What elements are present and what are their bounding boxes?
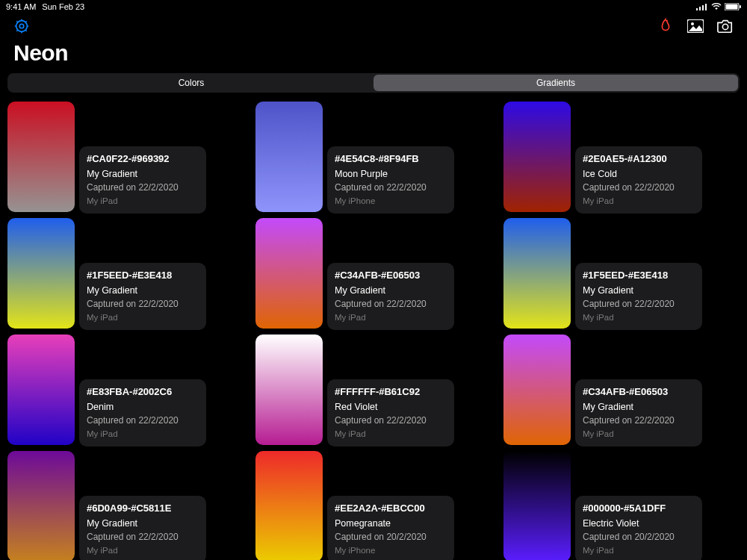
gradient-captured: Captured on 22/2/2020	[583, 181, 695, 194]
gradient-name: Pomegranate	[335, 517, 447, 530]
gradient-device: My iPad	[87, 428, 199, 441]
gradient-grid: #CA0F22-#969392My GradientCaptured on 22…	[0, 99, 747, 560]
gallery-button[interactable]	[687, 18, 704, 34]
gradient-card[interactable]: #C34AFB-#E06503My GradientCaptured on 22…	[255, 218, 503, 329]
gradient-card[interactable]: #4E54C8-#8F94FBMoon PurpleCaptured on 22…	[255, 102, 503, 212]
gradient-swatch[interactable]	[255, 102, 323, 212]
camera-button[interactable]	[717, 18, 734, 34]
gradient-device: My iPad	[583, 311, 695, 324]
svg-point-7	[16, 21, 28, 32]
gradient-card[interactable]: #1F5EED-#E3E418My GradientCaptured on 22…	[503, 218, 747, 329]
gradient-card[interactable]: #C34AFB-#E06503My GradientCaptured on 22…	[503, 335, 747, 445]
gradient-swatch[interactable]	[503, 218, 571, 329]
status-date: Sun Feb 23	[42, 2, 84, 11]
svg-rect-2	[702, 5, 704, 10]
gradient-name: Electric Violet	[583, 517, 695, 530]
gradient-device: My iPad	[87, 195, 199, 208]
gradient-card[interactable]: #EE2A2A-#EBCC00PomegranateCaptured on 20…	[255, 451, 503, 560]
gradient-info: #E83FBA-#2002C6DenimCaptured on 22/2/202…	[79, 379, 206, 447]
gradient-info: #4E54C8-#8F94FBMoon PurpleCaptured on 22…	[327, 146, 454, 214]
trending-button[interactable]	[657, 18, 674, 34]
gear-icon	[13, 18, 30, 34]
gradient-info: #C34AFB-#E06503My GradientCaptured on 22…	[327, 263, 454, 330]
segmented-control[interactable]: Colors Gradients	[7, 73, 740, 93]
gradient-info: #6D0A99-#C5811EMy GradientCaptured on 22…	[79, 496, 206, 560]
svg-rect-6	[740, 5, 741, 8]
flame-icon	[658, 18, 673, 34]
gradient-hex: #CA0F22-#969392	[87, 152, 199, 167]
gradient-card[interactable]: #E83FBA-#2002C6DenimCaptured on 22/2/202…	[7, 335, 255, 445]
gradient-card[interactable]: #2E0AE5-#A12300Ice ColdCaptured on 22/2/…	[503, 102, 747, 212]
gradient-card[interactable]: #CA0F22-#969392My GradientCaptured on 22…	[7, 102, 255, 212]
gradient-captured: Captured on 22/2/2020	[583, 298, 695, 311]
gradient-card[interactable]: #FFFFFF-#B61C92Red VioletCaptured on 22/…	[255, 335, 503, 445]
gradient-swatch[interactable]	[255, 335, 323, 445]
gradient-hex: #FFFFFF-#B61C92	[335, 385, 447, 399]
settings-button[interactable]	[13, 18, 30, 34]
gradient-name: My Gradient	[583, 400, 695, 414]
tab-colors[interactable]: Colors	[9, 75, 374, 91]
status-icons	[696, 3, 741, 10]
gradient-captured: Captured on 22/2/2020	[87, 181, 199, 194]
gradient-swatch[interactable]	[7, 102, 75, 212]
gradient-name: Red Violet	[335, 400, 447, 414]
gradient-card[interactable]: #1F5EED-#E3E418My GradientCaptured on 22…	[7, 218, 255, 329]
gradient-device: My iPad	[583, 195, 695, 208]
gradient-captured: Captured on 22/2/2020	[335, 414, 447, 427]
gradient-hex: #1F5EED-#E3E418	[583, 269, 695, 283]
svg-point-8	[19, 24, 24, 28]
camera-icon	[717, 19, 734, 34]
tab-gradients[interactable]: Gradients	[374, 75, 738, 91]
gradient-name: My Gradient	[87, 517, 199, 530]
signal-icon	[696, 3, 708, 10]
gradient-captured: Captured on 22/2/2020	[335, 181, 447, 194]
gradient-info: #2E0AE5-#A12300Ice ColdCaptured on 22/2/…	[575, 146, 702, 214]
gradient-captured: Captured on 22/2/2020	[87, 414, 199, 427]
toolbar	[0, 13, 747, 36]
gradient-captured: Captured on 20/2/2020	[583, 531, 695, 544]
gradient-device: My iPhone	[335, 195, 447, 208]
gradient-swatch[interactable]	[7, 451, 75, 560]
gradient-info: #EE2A2A-#EBCC00PomegranateCaptured on 20…	[327, 496, 454, 560]
gradient-swatch[interactable]	[503, 335, 571, 445]
gradient-info: #FFFFFF-#B61C92Red VioletCaptured on 22/…	[327, 379, 454, 447]
gradient-name: Ice Cold	[583, 167, 695, 181]
status-bar: 9:41 AM Sun Feb 23	[0, 0, 747, 13]
gradient-name: My Gradient	[335, 284, 447, 297]
gradient-device: My iPhone	[335, 544, 447, 557]
battery-icon	[725, 3, 741, 10]
gradient-hex: #EE2A2A-#EBCC00	[335, 502, 447, 516]
gradient-swatch[interactable]	[7, 335, 75, 445]
gradient-captured: Captured on 22/2/2020	[583, 414, 695, 427]
gradient-device: My iPad	[335, 428, 447, 441]
gradient-device: My iPad	[335, 311, 447, 324]
gradient-hex: #000000-#5A1DFF	[583, 502, 695, 516]
svg-point-10	[691, 22, 694, 25]
gradient-swatch[interactable]	[255, 218, 323, 329]
gradient-hex: #6D0A99-#C5811E	[87, 502, 199, 516]
gradient-name: My Gradient	[87, 167, 199, 181]
gradient-swatch[interactable]	[503, 451, 571, 560]
gradient-name: Moon Purple	[335, 167, 447, 181]
image-icon	[687, 19, 704, 33]
gradient-swatch[interactable]	[503, 102, 571, 212]
gradient-info: #CA0F22-#969392My GradientCaptured on 22…	[79, 146, 206, 214]
gradient-hex: #E83FBA-#2002C6	[87, 385, 199, 399]
gradient-name: Denim	[87, 400, 199, 414]
gradient-captured: Captured on 22/2/2020	[335, 298, 447, 311]
gradient-swatch[interactable]	[255, 451, 323, 560]
gradient-card[interactable]: #000000-#5A1DFFElectric VioletCaptured o…	[503, 451, 747, 560]
gradient-device: My iPad	[583, 428, 695, 441]
gradient-device: My iPad	[87, 544, 199, 557]
gradient-card[interactable]: #6D0A99-#C5811EMy GradientCaptured on 22…	[7, 451, 255, 560]
gradient-device: My iPad	[87, 311, 199, 324]
wifi-icon	[711, 3, 722, 10]
gradient-name: My Gradient	[583, 284, 695, 297]
gradient-info: #C34AFB-#E06503My GradientCaptured on 22…	[575, 379, 702, 447]
gradient-hex: #C34AFB-#E06503	[335, 269, 447, 283]
gradient-swatch[interactable]	[7, 218, 75, 329]
gradient-captured: Captured on 22/2/2020	[87, 531, 199, 544]
page-title: Neon	[0, 36, 747, 73]
gradient-captured: Captured on 20/2/2020	[335, 531, 447, 544]
gradient-captured: Captured on 22/2/2020	[87, 298, 199, 311]
